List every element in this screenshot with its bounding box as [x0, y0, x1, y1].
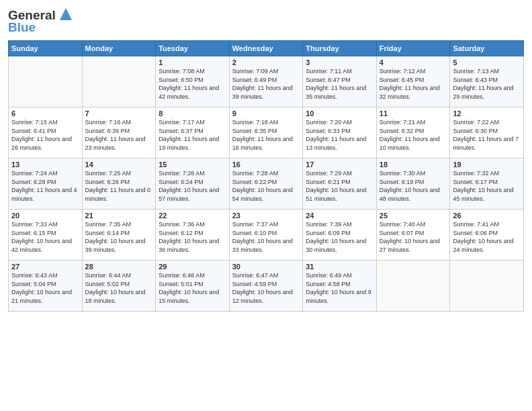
calendar-day-cell: 4Sunrise: 7:12 AMSunset: 6:45 PMDaylight… [376, 56, 450, 107]
day-info: Sunrise: 7:09 AMSunset: 6:49 PMDaylight:… [232, 67, 300, 101]
day-number: 8 [159, 109, 226, 118]
day-info: Sunrise: 7:30 AMSunset: 6:19 PMDaylight:… [380, 169, 447, 203]
day-number: 21 [85, 212, 153, 220]
calendar-day-cell: 6Sunrise: 7:15 AMSunset: 6:41 PMDaylight… [9, 107, 83, 158]
calendar-day-cell [376, 261, 450, 312]
calendar-day-cell: 24Sunrise: 7:39 AMSunset: 6:09 PMDayligh… [303, 210, 377, 261]
calendar-day-cell: 10Sunrise: 7:20 AMSunset: 6:33 PMDayligh… [303, 107, 377, 158]
calendar-day-cell: 17Sunrise: 7:29 AMSunset: 6:21 PMDayligh… [303, 158, 377, 210]
calendar-day-cell: 13Sunrise: 7:24 AMSunset: 6:28 PMDayligh… [9, 158, 83, 210]
calendar-day-cell: 25Sunrise: 7:40 AMSunset: 6:07 PMDayligh… [376, 210, 450, 261]
weekday-header-row: SundayMondayTuesdayWednesdayThursdayFrid… [9, 41, 524, 56]
calendar-day-cell: 26Sunrise: 7:41 AMSunset: 6:06 PMDayligh… [450, 210, 524, 261]
day-info: Sunrise: 7:20 AMSunset: 6:33 PMDaylight:… [306, 118, 373, 152]
day-number: 3 [306, 58, 373, 66]
weekday-header-cell: Monday [82, 41, 156, 56]
day-number: 29 [159, 263, 226, 271]
day-info: Sunrise: 7:24 AMSunset: 6:28 PMDaylight:… [11, 169, 79, 203]
calendar-day-cell: 29Sunrise: 6:46 AMSunset: 5:01 PMDayligh… [156, 261, 230, 312]
calendar-day-cell: 7Sunrise: 7:16 AMSunset: 6:39 PMDaylight… [82, 107, 156, 158]
day-number: 13 [11, 161, 79, 169]
day-info: Sunrise: 7:18 AMSunset: 6:35 PMDaylight:… [232, 118, 300, 152]
day-number: 15 [159, 161, 226, 169]
calendar-week-row: 20Sunrise: 7:33 AMSunset: 6:15 PMDayligh… [9, 210, 524, 261]
day-info: Sunrise: 6:46 AMSunset: 5:01 PMDaylight:… [159, 271, 226, 305]
day-number: 20 [11, 212, 79, 220]
day-number: 12 [453, 109, 521, 118]
day-info: Sunrise: 6:49 AMSunset: 4:58 PMDaylight:… [306, 271, 373, 305]
day-number: 22 [159, 212, 226, 220]
day-number: 26 [453, 212, 521, 220]
calendar-day-cell: 8Sunrise: 7:17 AMSunset: 6:37 PMDaylight… [156, 107, 230, 158]
calendar-week-row: 27Sunrise: 6:43 AMSunset: 5:04 PMDayligh… [9, 261, 524, 312]
day-info: Sunrise: 7:33 AMSunset: 6:15 PMDaylight:… [11, 220, 79, 254]
calendar-day-cell: 14Sunrise: 7:25 AMSunset: 6:26 PMDayligh… [82, 158, 156, 210]
day-info: Sunrise: 7:41 AMSunset: 6:06 PMDaylight:… [453, 220, 521, 254]
calendar-day-cell: 30Sunrise: 6:47 AMSunset: 4:59 PMDayligh… [229, 261, 303, 312]
day-number: 7 [85, 109, 153, 118]
day-info: Sunrise: 6:43 AMSunset: 5:04 PMDaylight:… [11, 271, 79, 305]
calendar-body: 1Sunrise: 7:08 AMSunset: 6:50 PMDaylight… [9, 56, 524, 312]
day-info: Sunrise: 7:32 AMSunset: 6:17 PMDaylight:… [453, 169, 521, 203]
day-number: 28 [85, 263, 153, 271]
day-number: 5 [453, 58, 521, 66]
day-number: 18 [380, 161, 447, 169]
day-number: 2 [232, 58, 300, 66]
day-info: Sunrise: 7:39 AMSunset: 6:09 PMDaylight:… [306, 220, 373, 254]
day-info: Sunrise: 7:35 AMSunset: 6:14 PMDaylight:… [85, 220, 153, 254]
day-number: 24 [306, 212, 373, 220]
calendar-day-cell: 27Sunrise: 6:43 AMSunset: 5:04 PMDayligh… [9, 261, 83, 312]
day-info: Sunrise: 7:26 AMSunset: 6:24 PMDaylight:… [159, 169, 226, 203]
weekday-header-cell: Sunday [9, 41, 83, 56]
day-info: Sunrise: 7:17 AMSunset: 6:37 PMDaylight:… [159, 118, 226, 152]
calendar-day-cell: 28Sunrise: 6:44 AMSunset: 5:02 PMDayligh… [82, 261, 156, 312]
day-info: Sunrise: 7:25 AMSunset: 6:26 PMDaylight:… [85, 169, 153, 203]
weekday-header-cell: Tuesday [156, 41, 230, 56]
day-info: Sunrise: 6:47 AMSunset: 4:59 PMDaylight:… [232, 271, 300, 305]
header: General Blue [8, 7, 524, 35]
day-number: 17 [306, 161, 373, 169]
calendar-day-cell [82, 56, 156, 107]
calendar-container: General Blue SundayMondayTuesdayWednesda… [0, 0, 532, 317]
day-number: 9 [232, 109, 300, 118]
calendar-day-cell: 12Sunrise: 7:22 AMSunset: 6:30 PMDayligh… [450, 107, 524, 158]
day-number: 10 [306, 109, 373, 118]
day-info: Sunrise: 7:40 AMSunset: 6:07 PMDaylight:… [380, 220, 447, 254]
day-number: 14 [85, 161, 153, 169]
day-number: 6 [11, 109, 79, 118]
calendar-day-cell: 31Sunrise: 6:49 AMSunset: 4:58 PMDayligh… [303, 261, 377, 312]
day-info: Sunrise: 7:12 AMSunset: 6:45 PMDaylight:… [380, 67, 447, 101]
calendar-day-cell [450, 261, 524, 312]
weekday-header-cell: Saturday [450, 41, 524, 56]
weekday-header-cell: Thursday [303, 41, 377, 56]
calendar-week-row: 13Sunrise: 7:24 AMSunset: 6:28 PMDayligh… [9, 158, 524, 210]
day-info: Sunrise: 7:11 AMSunset: 6:47 PMDaylight:… [306, 67, 373, 101]
day-number: 31 [306, 263, 373, 271]
day-info: Sunrise: 7:22 AMSunset: 6:30 PMDaylight:… [453, 118, 521, 152]
calendar-day-cell: 18Sunrise: 7:30 AMSunset: 6:19 PMDayligh… [376, 158, 450, 210]
day-number: 11 [380, 109, 447, 118]
logo-icon [57, 5, 75, 23]
day-number: 1 [159, 58, 226, 66]
day-number: 27 [11, 263, 79, 271]
day-number: 30 [232, 263, 300, 271]
calendar-day-cell: 3Sunrise: 7:11 AMSunset: 6:47 PMDaylight… [303, 56, 377, 107]
day-info: Sunrise: 7:13 AMSunset: 6:43 PMDaylight:… [453, 67, 521, 101]
weekday-header-cell: Friday [376, 41, 450, 56]
calendar-day-cell: 9Sunrise: 7:18 AMSunset: 6:35 PMDaylight… [229, 107, 303, 158]
calendar-day-cell: 22Sunrise: 7:36 AMSunset: 6:12 PMDayligh… [156, 210, 230, 261]
calendar-day-cell: 21Sunrise: 7:35 AMSunset: 6:14 PMDayligh… [82, 210, 156, 261]
day-number: 25 [380, 212, 447, 220]
calendar-day-cell: 16Sunrise: 7:28 AMSunset: 6:22 PMDayligh… [229, 158, 303, 210]
day-info: Sunrise: 7:37 AMSunset: 6:10 PMDaylight:… [232, 220, 300, 254]
calendar-day-cell: 19Sunrise: 7:32 AMSunset: 6:17 PMDayligh… [450, 158, 524, 210]
calendar-day-cell [9, 56, 83, 107]
day-number: 23 [232, 212, 300, 220]
day-info: Sunrise: 7:08 AMSunset: 6:50 PMDaylight:… [159, 67, 226, 101]
calendar-day-cell: 23Sunrise: 7:37 AMSunset: 6:10 PMDayligh… [229, 210, 303, 261]
svg-marker-0 [60, 8, 72, 20]
day-number: 4 [380, 58, 447, 66]
calendar-week-row: 6Sunrise: 7:15 AMSunset: 6:41 PMDaylight… [9, 107, 524, 158]
calendar-day-cell: 20Sunrise: 7:33 AMSunset: 6:15 PMDayligh… [9, 210, 83, 261]
calendar-day-cell: 5Sunrise: 7:13 AMSunset: 6:43 PMDaylight… [450, 56, 524, 107]
